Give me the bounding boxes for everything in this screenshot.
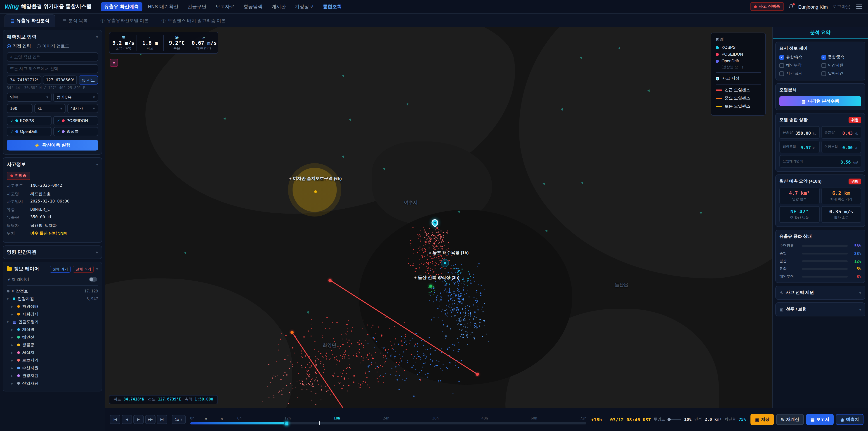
amount-input[interactable] bbox=[7, 104, 33, 113]
opacity-slider[interactable] bbox=[668, 419, 682, 420]
layer-tourism-resources[interactable]: ▸ 관광자원 bbox=[7, 372, 98, 379]
flower-marker-icon: ♥ bbox=[113, 61, 115, 65]
nav-integrated-search[interactable]: 통합조회 bbox=[319, 2, 345, 11]
weather-wind: ≋ 9.2 m/s 풍속 (SW) bbox=[110, 35, 137, 51]
ship-spec-section[interactable]: ⚓ 사고 선박 제원 ▾ bbox=[775, 286, 865, 300]
timeline-track[interactable]: ◇ ◇ bbox=[190, 422, 587, 425]
report-icon: ▤ bbox=[810, 417, 814, 422]
step-back-button[interactable]: ◀ bbox=[122, 415, 132, 424]
analysis-summary-panel[interactable]: 분석 요약 표시 정보 제어 ✓유향/유속 ✓풍향/풍속 ✓해안부착 bbox=[772, 27, 868, 408]
check-time-display[interactable]: ✓시간 표시 bbox=[779, 71, 819, 76]
layer-industrial-resources[interactable]: ▸ 산업자원 bbox=[7, 379, 98, 387]
timeline-track-area[interactable]: 0h 6h 12h 18h 24h 36h 48h 60h 72h ◇ ◇ bbox=[190, 414, 587, 425]
run-forecast-button[interactable]: ⚡ 확산예측 실행 bbox=[7, 140, 98, 151]
check-current[interactable]: ✓유향/유속 bbox=[779, 55, 819, 60]
app-brand[interactable]: Wing 해양환경 위기대응 통합시스템 bbox=[4, 3, 92, 10]
pick-on-map-button[interactable]: ◎ 지도 bbox=[79, 75, 98, 85]
chevron-down-icon[interactable]: ▾ bbox=[96, 267, 98, 271]
tab-boom-algorithm-theory[interactable]: ⓘ 오일펜스 배치 알고리즘 이론 bbox=[156, 15, 231, 27]
left-sidebar[interactable]: 예측정보 입력 ▾ 직접 입력 이미지 업로드 bbox=[0, 27, 105, 431]
layer-dot-icon bbox=[17, 359, 20, 362]
poi-wetland-label[interactable]: ◈ 여자만 습지보호구역 (6h) bbox=[289, 176, 342, 182]
model-chip-kosps[interactable]: ✓ KOSPS bbox=[7, 116, 52, 125]
play-button[interactable]: ▶ bbox=[133, 415, 144, 424]
duration-select[interactable]: 48시간▾ bbox=[67, 104, 98, 113]
chevron-down-icon[interactable]: ▾ bbox=[96, 162, 98, 167]
stat-evaporation: 증발량 0.43 kL bbox=[821, 126, 861, 139]
farm-marker-dot[interactable] bbox=[429, 285, 432, 288]
tab-model-theory[interactable]: ⓘ 유출유확산모델 이론 bbox=[95, 15, 154, 27]
timeline-handle[interactable] bbox=[284, 421, 289, 426]
layer-coastline[interactable]: ▸ 해안선 bbox=[7, 333, 98, 341]
model-chip-poseidon[interactable]: ✓ POSEIDON bbox=[53, 116, 98, 125]
radio-direct-input[interactable]: 직접 입력 bbox=[7, 43, 31, 49]
wetland-marker-dot[interactable] bbox=[314, 190, 317, 193]
nav-hns-diffusion[interactable]: HNS·대기확산 bbox=[144, 2, 182, 11]
polygon-analysis-button[interactable]: ▥ 다각형 분석수행 bbox=[779, 96, 861, 106]
poi-beach-label[interactable]: ◈ 웅포 해수욕장 (1h) bbox=[429, 250, 469, 256]
longitude-input[interactable] bbox=[43, 75, 77, 85]
radio-image-upload[interactable]: 이미지 업로드 bbox=[36, 43, 69, 49]
summary-header-tab[interactable]: 분석 요약 bbox=[773, 27, 868, 39]
playhead-line[interactable] bbox=[319, 421, 320, 425]
playback-speed-select[interactable]: 1x▾ bbox=[172, 415, 186, 424]
model-chip-opendrift[interactable]: ✓ OpenDrift bbox=[7, 127, 52, 136]
all-layers-off-button[interactable]: 전체 끄기 bbox=[73, 266, 94, 272]
incident-name-input[interactable] bbox=[7, 53, 98, 61]
ship-icon: ⚓ bbox=[779, 290, 783, 295]
all-layers-on-button[interactable]: 전체 켜기 bbox=[50, 266, 70, 272]
model-chip-ensemble[interactable]: ✓ 앙상블 bbox=[53, 127, 98, 136]
report-button[interactable]: ▤보고서 bbox=[806, 414, 834, 425]
user-name[interactable]: Eunjeong Kim bbox=[798, 4, 828, 9]
master-layer-toggle[interactable] bbox=[89, 277, 97, 282]
legend-ensemble-note: (앙상블 모드) bbox=[721, 65, 761, 70]
nav-weather-info[interactable]: 기상정보 bbox=[291, 2, 317, 11]
nav-board[interactable]: 게시판 bbox=[268, 2, 289, 11]
layer-species[interactable]: ▸ 생물종 bbox=[7, 341, 98, 349]
farm-icon: ◈ bbox=[414, 276, 416, 280]
skip-end-button[interactable]: ▶| bbox=[157, 415, 167, 424]
incident-active-badge[interactable]: 사고 진행중 bbox=[750, 2, 784, 11]
notification-dot bbox=[792, 3, 795, 5]
check-sensitive-resources[interactable]: ✓민감자원 bbox=[821, 63, 861, 68]
legend-fence-urgent: 긴급 오일펜스 bbox=[716, 87, 761, 93]
owner-insurance-section[interactable]: ▣ 선주 / 보험 ▾ bbox=[775, 302, 865, 316]
layer-protected-area[interactable]: ▸ 보호지역 bbox=[7, 357, 98, 364]
layer-socio-economy[interactable]: ▸ 사회경제 bbox=[7, 310, 98, 318]
layer-habitat[interactable]: ▸ 서식지 bbox=[7, 349, 98, 357]
nav-emergency-rescue[interactable]: 긴급구난 bbox=[184, 2, 210, 11]
spill-type-select[interactable]: 연속▾ bbox=[7, 93, 52, 102]
chevron-down-icon[interactable]: ▾ bbox=[96, 35, 98, 39]
layer-fishery[interactable]: 어장정보17,129 bbox=[7, 287, 98, 295]
skip-start-button[interactable]: |◀ bbox=[110, 415, 120, 424]
map-tool-icon[interactable]: ♥ bbox=[110, 59, 118, 67]
save-button[interactable]: ▣저장 bbox=[751, 414, 774, 425]
stat-shore-adsorption: 해안흡착 9.57 kL bbox=[779, 141, 819, 153]
notification-bell-icon[interactable] bbox=[788, 4, 794, 9]
incident-list-input[interactable] bbox=[7, 64, 98, 73]
check-shore-adhesion[interactable]: ✓해안부착 bbox=[779, 63, 819, 68]
layer-seasonal[interactable]: ▸ 계절별 bbox=[7, 326, 98, 333]
recalculate-button[interactable]: ↻재계산 bbox=[776, 414, 804, 425]
check-datetime[interactable]: ✓날짜시간 bbox=[821, 71, 861, 76]
oil-type-select[interactable]: 벙커C유▾ bbox=[53, 93, 98, 102]
sensitive-resources-section[interactable]: 영향 민감자원 ▸ bbox=[3, 245, 102, 259]
tab-analysis-list[interactable]: ☰ 분석 목록 bbox=[57, 15, 93, 27]
unit-select[interactable]: kL▾ bbox=[35, 104, 66, 113]
latitude-input[interactable] bbox=[7, 75, 41, 85]
poi-farm-label[interactable]: ◈ 돌산 전복 양식장 (3h) bbox=[414, 275, 459, 281]
fast-forward-button[interactable]: ▶▶ bbox=[145, 415, 156, 424]
nav-reports[interactable]: 보고자료 bbox=[212, 2, 238, 11]
menu-icon[interactable] bbox=[855, 3, 864, 10]
forecast-value-button[interactable]: ◉예측치 bbox=[836, 414, 864, 425]
nav-spill-forecast[interactable]: 유출유 확산예측 bbox=[101, 2, 143, 11]
tab-diffusion-analysis[interactable]: ▤ 유출유 확산분석 bbox=[4, 14, 55, 27]
nav-aerial-search[interactable]: 항공탐색 bbox=[240, 2, 266, 11]
layer-sensitivity-eval[interactable]: ▾ ▥ 민감도평가 bbox=[7, 318, 98, 326]
layer-fishery-resources[interactable]: ▸ 수산자원 bbox=[7, 364, 98, 372]
check-wind[interactable]: ✓풍향/풍속 bbox=[821, 55, 861, 60]
map-canvas[interactable]: ▼▼▼▼▼▼▼▼▼▼▼▼▼▼▼▼▼▼ ◈ 여자만 습지보호구역 (6h) ◈ bbox=[105, 27, 772, 408]
layer-environment-ecology[interactable]: ▸ 환경생태 bbox=[7, 303, 98, 310]
logout-button[interactable]: 로그아웃 bbox=[832, 3, 850, 10]
layer-sensitive-resources[interactable]: ▾ 민감자원3,947 bbox=[7, 295, 98, 303]
